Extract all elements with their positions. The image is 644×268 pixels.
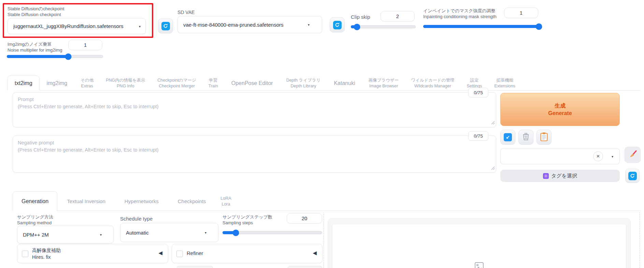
tab-image-browser[interactable]: 画像ブラウザーImage Browser <box>362 75 405 90</box>
negative-prompt-input[interactable]: Negative prompt (Press Ctrl+Enter to gen… <box>13 136 496 173</box>
tab-openpose-editor[interactable]: OpenPose Editor <box>224 75 280 90</box>
paste-params-button[interactable]: ↙ <box>500 130 515 145</box>
hires-fix-label: 高解像度補助 Hires. fix <box>32 247 61 261</box>
refresh-icon <box>333 21 342 29</box>
tab-png-info[interactable]: PNG内の情報を表示PNG Info <box>100 75 151 90</box>
slider-handle[interactable] <box>65 53 72 60</box>
tab-hypernetworks[interactable]: Hypernetworks <box>115 191 168 211</box>
schedule-type-dropdown[interactable]: Automatic ▾ <box>120 223 218 242</box>
refresh-icon <box>628 172 637 180</box>
chevron-down-icon: ▾ <box>308 23 310 27</box>
collapse-triangle-icon[interactable]: ◀ <box>313 250 317 256</box>
sd-vae-value: vae-ft-mse-840000-ema-pruned.safetensors <box>183 22 283 28</box>
trash-icon <box>522 132 530 142</box>
refiner-label: Refiner <box>187 250 203 256</box>
noise-multiplier-label: Img2imgのノイズ乗算 Noise multiplier for img2i… <box>8 41 62 53</box>
generate-button[interactable]: 生成 Generate <box>500 93 620 126</box>
partial-control <box>288 266 322 268</box>
hires-fix-accordion[interactable]: 高解像度補助 Hires. fix ◀ <box>17 244 168 263</box>
chevron-down-icon: ▾ <box>205 231 206 235</box>
slider-handle[interactable] <box>354 24 360 30</box>
sampling-steps-value[interactable]: 20 <box>287 213 322 224</box>
tag-gear-icon <box>543 173 549 179</box>
chevron-down-icon: ▾ <box>612 154 613 158</box>
slider-handle[interactable] <box>232 229 239 236</box>
checkpoint-refresh-button[interactable] <box>158 18 173 33</box>
clear-prompt-button[interactable] <box>518 130 533 145</box>
tab-depth-library[interactable]: Depth ライブラリDepth Library <box>280 75 327 90</box>
prompt-placeholder: Prompt (Press Ctrl+Enter to generate, Al… <box>18 96 159 110</box>
sampling-method-label: サンプリング方法 Sampling method <box>17 214 53 226</box>
tab-katanuki[interactable]: Katanuki <box>327 75 362 90</box>
sampling-steps-label: サンプリングステップ数 Sampling steps <box>223 214 272 226</box>
noise-multiplier-slider[interactable] <box>7 55 103 58</box>
tag-select-label: タグを選択 <box>551 173 577 179</box>
collapse-triangle-icon[interactable]: ◀ <box>158 250 162 256</box>
clear-styles-icon[interactable]: × <box>593 151 603 161</box>
checkpoint-value: juggernautXL_juggXIByRundiffusion.safete… <box>13 23 123 29</box>
generation-tab-bar: Generation Textual Inversion Hypernetwor… <box>13 191 237 211</box>
tag-select-button[interactable]: タグを選択 <box>500 170 620 182</box>
resize-handle-icon[interactable] <box>491 120 495 126</box>
clip-skip-value[interactable]: 2 <box>381 11 415 22</box>
tab-txt2img[interactable]: txt2img <box>8 75 40 90</box>
slider-fill <box>423 25 539 28</box>
negative-prompt-token-counter: 0/75 <box>468 131 488 141</box>
sampling-method-dropdown[interactable]: DPM++ 2M ▾ <box>17 226 114 243</box>
sd-vae-label: SD VAE <box>177 9 195 15</box>
sd-webui-page: Stable Diffusionのcheckpoint Stable Diffu… <box>0 0 644 268</box>
tab-wildcards-manager[interactable]: ワイルドカードの管理Wildcards Manager <box>405 75 460 90</box>
image-placeholder-icon <box>475 262 484 268</box>
tab-extensions[interactable]: 拡張機能Extensions <box>488 75 521 90</box>
tab-extras[interactable]: その他Extras <box>74 75 100 90</box>
slider-handle[interactable] <box>536 23 542 30</box>
sampling-method-value: DPM++ 2M <box>23 232 49 238</box>
clip-skip-label: Clip skip <box>351 14 370 20</box>
sampling-steps-slider[interactable] <box>223 231 322 234</box>
chevron-down-icon: ▾ <box>100 233 102 237</box>
tab-checkpoint-merger[interactable]: CheckpointのマージCheckpoint Merger <box>151 75 202 90</box>
tag-refresh-button[interactable] <box>625 169 640 183</box>
sd-vae-refresh-button[interactable] <box>330 17 345 32</box>
tab-textual-inversion[interactable]: Textual Inversion <box>57 191 115 211</box>
paintbrush-icon <box>628 150 637 160</box>
noise-multiplier-value[interactable]: 1 <box>68 40 102 50</box>
tab-generation[interactable]: Generation <box>13 191 57 211</box>
hires-fix-checkbox[interactable] <box>22 251 28 257</box>
clip-skip-slider[interactable] <box>351 25 416 28</box>
refiner-accordion[interactable]: Refiner ◀ <box>172 244 323 263</box>
styles-dropdown[interactable]: × ▾ <box>500 148 620 164</box>
tab-img2img[interactable]: img2img <box>40 75 74 90</box>
column-resize-handle[interactable] <box>640 212 640 268</box>
main-tab-bar: txt2img img2img その他Extras PNG内の情報を表示PNG … <box>8 75 521 90</box>
checkpoint-dropdown[interactable]: juggernautXL_juggXIByRundiffusion.safete… <box>8 18 146 34</box>
tab-train[interactable]: 学習Train <box>202 75 224 90</box>
partial-control <box>177 266 213 268</box>
negative-prompt-placeholder: Negative prompt (Press Ctrl+Enter to gen… <box>18 139 159 154</box>
schedule-type-label: Schedule type <box>120 215 153 222</box>
clipboard-icon <box>540 132 548 143</box>
apply-styles-button[interactable] <box>536 130 552 145</box>
inpainting-mask-strength-slider[interactable] <box>423 25 539 28</box>
prompt-token-counter: 0/75 <box>468 88 488 97</box>
refiner-checkbox[interactable] <box>176 251 183 257</box>
tab-checkpoints[interactable]: Checkpoints <box>168 191 216 211</box>
edit-styles-button[interactable] <box>625 147 641 163</box>
slider-fill <box>7 55 68 58</box>
column-resize-handle[interactable] <box>324 212 324 268</box>
sd-vae-dropdown[interactable]: vae-ft-mse-840000-ema-pruned.safetensors… <box>177 16 322 33</box>
inpainting-mask-strength-label: インペイントでのマスク強度の調整 Inpainting conditioning… <box>423 8 497 19</box>
inpainting-mask-strength-value[interactable]: 1 <box>504 8 538 18</box>
resize-handle-icon[interactable] <box>491 165 495 171</box>
prompt-input[interactable]: Prompt (Press Ctrl+Enter to generate, Al… <box>13 92 496 127</box>
chevron-down-icon: ▾ <box>139 24 141 28</box>
result-image-area <box>332 224 626 268</box>
schedule-type-value: Automatic <box>126 230 149 236</box>
tab-lora[interactable]: LoRALora <box>215 191 236 211</box>
paste-arrow-icon: ↙ <box>504 133 512 141</box>
refresh-icon <box>161 22 170 30</box>
checkpoint-label: Stable Diffusionのcheckpoint Stable Diffu… <box>8 6 64 17</box>
